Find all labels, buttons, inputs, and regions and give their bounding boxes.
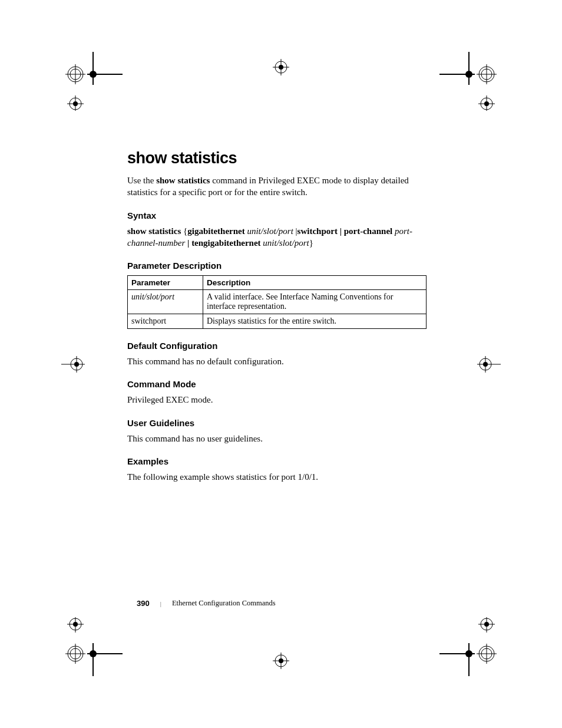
intro-paragraph: Use the show statistics command in Privi… (127, 174, 437, 199)
svg-point-33 (481, 618, 492, 630)
crop-mark-bottom-right (439, 617, 516, 676)
th-description: Description (203, 276, 427, 290)
svg-point-51 (279, 658, 283, 663)
svg-point-57 (480, 358, 491, 370)
param-cell: switchport (128, 314, 203, 329)
svg-point-40 (479, 646, 494, 661)
svg-point-21 (484, 101, 489, 106)
svg-point-27 (70, 648, 81, 659)
svg-point-59 (483, 362, 488, 367)
svg-point-48 (275, 655, 287, 667)
command-title: show statistics (127, 149, 437, 167)
svg-point-7 (70, 98, 81, 110)
svg-point-32 (90, 650, 97, 657)
page-footer: 390 | Ethernet Configuration Commands (137, 599, 276, 608)
command-mode-body: Privileged EXEC mode. (127, 394, 437, 406)
svg-point-18 (481, 98, 492, 110)
examples-body: The following example shows statistics f… (127, 471, 437, 483)
param-cell: unit/slot/port (128, 290, 203, 314)
svg-point-1 (70, 69, 81, 80)
crop-mark-bottom-center (273, 653, 289, 669)
svg-point-39 (465, 650, 472, 657)
svg-point-6 (90, 71, 97, 78)
svg-point-53 (71, 358, 82, 370)
crop-mark-top-center (273, 59, 289, 75)
th-parameter: Parameter (128, 276, 203, 290)
user-guidelines-heading: User Guidelines (127, 418, 437, 428)
footer-separator: | (160, 600, 161, 607)
table-row: unit/slot/port A valid interface. See In… (128, 290, 427, 314)
crop-mark-top-right (439, 52, 516, 111)
svg-point-13 (465, 71, 472, 78)
crop-mark-right-center (477, 356, 509, 373)
svg-point-36 (484, 622, 489, 627)
svg-point-14 (479, 67, 494, 82)
svg-point-25 (73, 622, 78, 627)
default-config-body: This command has no default configuratio… (127, 355, 437, 367)
svg-point-44 (275, 61, 287, 73)
table-row: switchport Displays statistics for the e… (128, 314, 427, 329)
crop-mark-left-center (53, 356, 85, 373)
svg-point-26 (68, 646, 83, 661)
svg-point-47 (279, 65, 283, 70)
svg-point-10 (73, 101, 78, 106)
desc-cell: A valid interface. See Interface Naming … (203, 290, 427, 314)
svg-point-0 (68, 67, 83, 82)
page-content: show statistics Use the show statistics … (127, 149, 437, 495)
crop-mark-bottom-left (46, 617, 123, 676)
user-guidelines-body: This command has no user guidelines. (127, 433, 437, 444)
svg-point-55 (74, 362, 79, 367)
crop-mark-top-left (46, 52, 123, 111)
footer-chapter-title: Ethernet Configuration Commands (172, 599, 276, 608)
syntax-line: show statistics {gigabitethernet unit/sl… (127, 225, 437, 249)
default-config-heading: Default Configuration (127, 341, 437, 351)
command-mode-heading: Command Mode (127, 379, 437, 389)
parameter-table: Parameter Description unit/slot/port A v… (127, 275, 427, 329)
svg-point-41 (481, 648, 492, 659)
svg-point-15 (481, 69, 492, 80)
syntax-heading: Syntax (127, 210, 437, 220)
table-header-row: Parameter Description (128, 276, 427, 290)
svg-point-22 (70, 618, 81, 630)
examples-heading: Examples (127, 456, 437, 466)
page-number: 390 (137, 599, 150, 608)
param-desc-heading: Parameter Description (127, 261, 437, 271)
desc-cell: Displays statistics for the entire switc… (203, 314, 427, 329)
